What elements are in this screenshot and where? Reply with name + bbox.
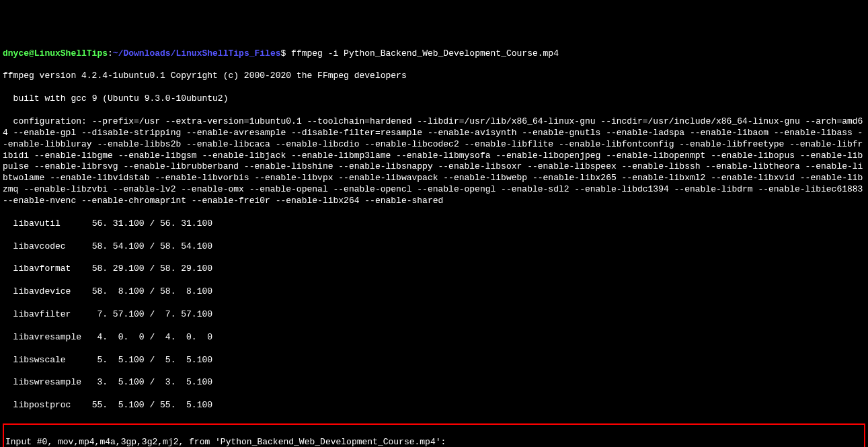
libavdevice-line: libavdevice 58. 8.100 / 58. 8.100 [3,286,865,298]
input-line: Input #0, mov,mp4,m4a,3gp,3g2,mj2, from … [5,437,863,447]
libavformat-line: libavformat 58. 29.100 / 58. 29.100 [3,263,865,275]
libavcodec-line: libavcodec 58. 54.100 / 58. 54.100 [3,241,865,253]
ffmpeg-version-line: ffmpeg version 4.2.4-1ubuntu0.1 Copyrigh… [3,71,865,82]
command-text[interactable]: ffmpeg -i Python_Backend_Web_Development… [291,48,559,58]
libpostproc-line: libpostproc 55. 5.100 / 55. 5.100 [3,400,865,411]
libavutil-line: libavutil 56. 31.100 / 56. 31.100 [3,218,865,230]
libavfilter-line: libavfilter 7. 57.100 / 7. 57.100 [3,309,865,321]
prompt-dollar: $ [280,48,291,58]
libswresample-line: libswresample 3. 5.100 / 3. 5.100 [3,377,865,389]
libavresample-line: libavresample 4. 0. 0 / 4. 0. 0 [3,332,865,343]
highlighted-output-box: Input #0, mov,mp4,m4a,3gp,3g2,mj2, from … [3,423,865,447]
terminal-prompt-line: dnyce@LinuxShellTips:~/Downloads/LinuxSh… [3,48,865,60]
ffmpeg-built-line: built with gcc 9 (Ubuntu 9.3.0-10ubuntu2… [3,93,865,105]
libswscale-line: libswscale 5. 5.100 / 5. 5.100 [3,355,865,366]
prompt-colon: : [108,48,113,58]
prompt-path: ~/Downloads/LinuxShellTips_Files [113,48,281,58]
prompt-user-host: dnyce@LinuxShellTips [3,48,108,58]
ffmpeg-config-line: configuration: --prefix=/usr --extra-ver… [3,116,865,207]
